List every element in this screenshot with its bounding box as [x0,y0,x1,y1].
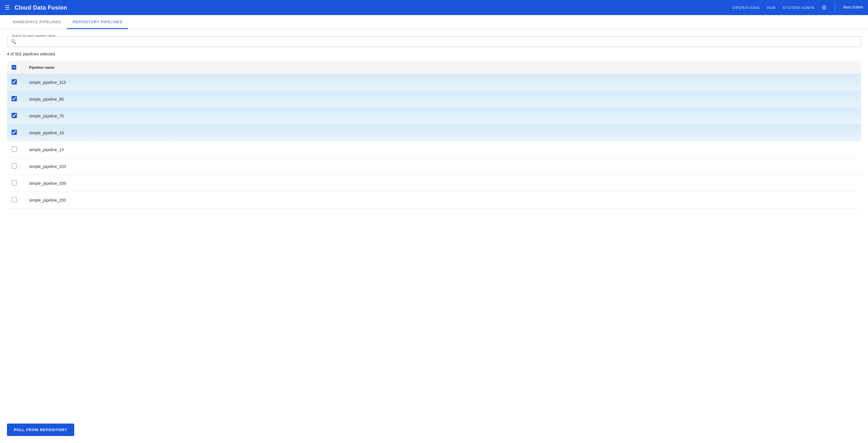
row-pipeline-name: simple_pipeline_339 [24,175,861,192]
search-input[interactable] [19,39,857,44]
row-checkbox[interactable] [11,113,17,118]
row-checkbox-cell [7,91,24,108]
row-pipeline-name: simple_pipeline_315 [24,74,861,91]
row-checkbox-cell [7,192,24,209]
search-wrapper: 🔍 [7,36,861,47]
row-checkbox-cell [7,175,24,192]
table-row: simple_pipeline_86 [7,91,861,108]
menu-icon[interactable]: ☰ [5,4,10,11]
table-row: simple_pipeline_339 [7,175,861,192]
row-checkbox-cell [7,158,24,175]
row-pipeline-name: simple_pipeline_333 [24,158,861,175]
main-content: Search by batch pipeline name 🔍 4 of 502… [0,29,868,209]
pipeline-table: Pipeline name simple_pipeline_315simple_… [7,61,861,209]
row-pipeline-name: simple_pipeline_86 [24,91,861,108]
table-row: simple_pipeline_76 [7,108,861,124]
header-right: OPERATIONS HUB SYSTEM ADMIN ⚙ Basic Edit… [733,3,863,12]
search-container: Search by batch pipeline name 🔍 [7,36,861,47]
header-pipeline-name: Pipeline name [24,61,861,74]
row-checkbox-cell [7,74,24,91]
tabs-bar: NAMESPACE PIPELINES REPOSITORY PIPELINES [0,15,868,29]
app-header: ☰ Cloud Data Fusion OPERATIONS HUB SYSTE… [0,0,868,15]
row-checkbox[interactable] [11,130,17,135]
table-header-row: Pipeline name [7,61,861,74]
header-divider [835,3,835,12]
table-row: simple_pipeline_293 [7,192,861,209]
table-row: simple_pipeline_315 [7,74,861,91]
header-checkbox-cell [7,61,24,74]
row-checkbox[interactable] [11,180,17,185]
select-all-checkbox[interactable] [11,65,16,70]
row-checkbox[interactable] [11,96,17,101]
row-pipeline-name: simple_pipeline_76 [24,108,861,124]
row-checkbox[interactable] [11,79,17,84]
nav-operations[interactable]: OPERATIONS [733,5,760,10]
row-checkbox-cell [7,141,24,158]
app-title: Cloud Data Fusion [14,4,67,11]
edition-label: Basic Edition [843,5,863,10]
search-icon: 🔍 [11,39,17,45]
header-left: ☰ Cloud Data Fusion [5,4,67,11]
row-pipeline-name: simple_pipeline_293 [24,192,861,209]
row-checkbox[interactable] [11,163,17,169]
row-checkbox-cell [7,108,24,124]
row-pipeline-name: simple_pipeline_18 [24,124,861,141]
gear-icon[interactable]: ⚙ [822,4,827,11]
row-pipeline-name: simple_pipeline_13 [24,141,861,158]
row-checkbox[interactable] [11,197,17,202]
selection-count: 4 of 502 pipelines selected [7,52,861,56]
nav-hub[interactable]: HUB [767,5,776,10]
search-label: Search by batch pipeline name [10,34,57,37]
table-row: simple_pipeline_333 [7,158,861,175]
tab-repository-pipelines[interactable]: REPOSITORY PIPELINES [67,15,128,29]
tab-namespace-pipelines[interactable]: NAMESPACE PIPELINES [7,15,67,29]
table-row: simple_pipeline_18 [7,124,861,141]
nav-system-admin[interactable]: SYSTEM ADMIN [782,5,814,10]
table-row: simple_pipeline_13 [7,141,861,158]
row-checkbox[interactable] [11,147,17,152]
row-checkbox-cell [7,124,24,141]
